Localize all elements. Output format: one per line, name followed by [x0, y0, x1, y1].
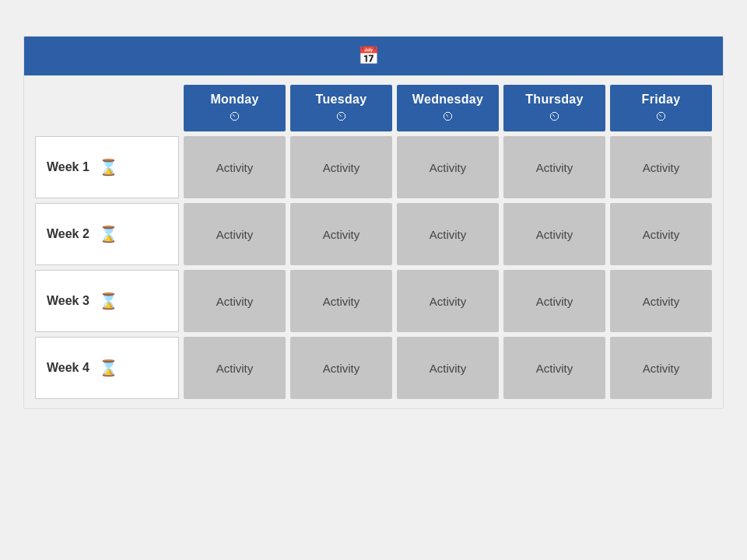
- day-name: Tuesday: [316, 93, 367, 107]
- activity-cell-w3-d5[interactable]: Activity: [610, 270, 712, 332]
- day-header-friday: Friday ⏲: [610, 85, 712, 131]
- hourglass-icon: ⌛: [99, 225, 118, 243]
- day-name: Friday: [642, 93, 681, 107]
- activity-cell-w2-d5[interactable]: Activity: [610, 203, 712, 265]
- activity-cell-w4-d3[interactable]: Activity: [397, 337, 499, 399]
- activity-cell-w3-d3[interactable]: Activity: [397, 270, 499, 332]
- activity-cell-w1-d4[interactable]: Activity: [503, 136, 605, 198]
- activity-cell-w2-d1[interactable]: Activity: [184, 203, 286, 265]
- activity-cell-w1-d2[interactable]: Activity: [290, 136, 392, 198]
- week-label-3: Week 3 ⌛: [35, 270, 179, 332]
- week-text: Week 3: [47, 294, 89, 308]
- activity-cell-w2-d4[interactable]: Activity: [503, 203, 605, 265]
- stopwatch-icon: ⏲: [655, 110, 668, 124]
- activity-cell-w3-d4[interactable]: Activity: [503, 270, 605, 332]
- header-spacer: [35, 85, 179, 131]
- day-header-tuesday: Tuesday ⏲: [290, 85, 392, 131]
- week-label-4: Week 4 ⌛: [35, 337, 179, 399]
- calendar-container: 📅 Monday ⏲ Tuesday ⏲ Wednesday ⏲ Thursda…: [23, 36, 724, 409]
- week-text: Week 2: [47, 227, 89, 241]
- hourglass-icon: ⌛: [99, 292, 118, 310]
- grid-wrapper: Monday ⏲ Tuesday ⏲ Wednesday ⏲ Thursday …: [24, 75, 723, 408]
- activity-cell-w1-d1[interactable]: Activity: [184, 136, 286, 198]
- hourglass-icon: ⌛: [99, 359, 118, 377]
- page: 📅 Monday ⏲ Tuesday ⏲ Wednesday ⏲ Thursda…: [0, 0, 747, 560]
- calendar-header-bar: 📅: [24, 37, 723, 75]
- day-header-wednesday: Wednesday ⏲: [397, 85, 499, 131]
- activity-cell-w1-d3[interactable]: Activity: [397, 136, 499, 198]
- activity-cell-w4-d4[interactable]: Activity: [503, 337, 605, 399]
- activity-cell-w4-d1[interactable]: Activity: [184, 337, 286, 399]
- activity-cell-w4-d5[interactable]: Activity: [610, 337, 712, 399]
- day-name: Thursday: [525, 93, 583, 107]
- day-header-thursday: Thursday ⏲: [503, 85, 605, 131]
- calendar-icon: 📅: [358, 46, 380, 66]
- day-name: Monday: [210, 93, 258, 107]
- day-header-monday: Monday ⏲: [184, 85, 286, 131]
- activity-cell-w3-d1[interactable]: Activity: [184, 270, 286, 332]
- stopwatch-icon: ⏲: [229, 110, 241, 124]
- activity-cell-w3-d2[interactable]: Activity: [290, 270, 392, 332]
- stopwatch-icon: ⏲: [335, 110, 348, 124]
- stopwatch-icon: ⏲: [442, 110, 454, 124]
- week-label-1: Week 1 ⌛: [35, 136, 179, 198]
- activity-cell-w2-d3[interactable]: Activity: [397, 203, 499, 265]
- activity-cell-w1-d5[interactable]: Activity: [610, 136, 712, 198]
- week-text: Week 1: [47, 160, 89, 174]
- activity-cell-w4-d2[interactable]: Activity: [290, 337, 392, 399]
- week-label-2: Week 2 ⌛: [35, 203, 179, 265]
- stopwatch-icon: ⏲: [549, 110, 561, 124]
- day-name: Wednesday: [412, 93, 483, 107]
- hourglass-icon: ⌛: [99, 158, 118, 177]
- week-text: Week 4: [47, 361, 89, 375]
- calendar-grid: Monday ⏲ Tuesday ⏲ Wednesday ⏲ Thursday …: [35, 85, 712, 399]
- activity-cell-w2-d2[interactable]: Activity: [290, 203, 392, 265]
